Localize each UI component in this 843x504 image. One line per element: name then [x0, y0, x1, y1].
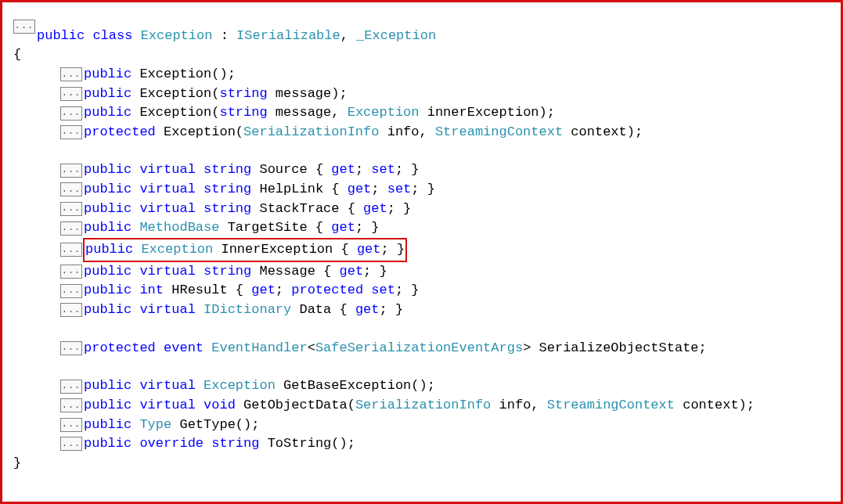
- keyword-class: class: [92, 28, 132, 43]
- type-exception-iface: _Exception: [356, 28, 436, 43]
- fold-toggle[interactable]: ...: [60, 437, 82, 451]
- fold-toggle[interactable]: ...: [60, 106, 82, 121]
- fold-toggle[interactable]: ...: [60, 164, 82, 178]
- keyword-public: public: [37, 28, 85, 43]
- method-gettype: ...public Type GetType();: [13, 416, 830, 435]
- type-exception: Exception: [141, 28, 213, 43]
- fold-toggle[interactable]: ...: [60, 221, 82, 236]
- fold-toggle[interactable]: ...: [60, 182, 82, 196]
- ctor4-line: ...protected Exception(SerializationInfo…: [13, 123, 830, 142]
- prop-stacktrace: ...public virtual string StackTrace { ge…: [13, 200, 830, 219]
- method-getobjectdata: ...public virtual void GetObjectData(Ser…: [13, 396, 830, 416]
- fold-toggle[interactable]: ...: [60, 284, 82, 298]
- method-tostring: ...public override string ToString();: [13, 434, 830, 454]
- prop-targetsite: ...public MethodBase TargetSite { get; }: [13, 218, 830, 238]
- blank: [13, 142, 830, 160]
- type-iserializable: ISerializable: [236, 28, 340, 43]
- fold-toggle[interactable]: ...: [60, 202, 82, 216]
- prop-data: ...public virtual IDictionary Data { get…: [13, 301, 830, 320]
- fold-toggle[interactable]: ...: [60, 398, 82, 412]
- code-editor[interactable]: ... public class Exception : ISerializab…: [5, 5, 838, 474]
- fold-toggle[interactable]: ...: [60, 418, 82, 432]
- blank: [13, 320, 830, 339]
- prop-source: ...public virtual string Source { get; s…: [13, 160, 830, 180]
- prop-helplink: ...public virtual string HelpLink { get;…: [13, 180, 830, 200]
- fold-toggle[interactable]: ...: [60, 125, 82, 139]
- prop-message: ...public virtual string Message { get; …: [13, 262, 830, 282]
- event-line: ...protected event EventHandler<SafeSeri…: [13, 339, 830, 358]
- blank: [13, 358, 830, 376]
- ctor1-line: ...public Exception();: [13, 65, 830, 85]
- fold-toggle[interactable]: ...: [60, 243, 82, 257]
- prop-hresult: ...public int HResult { get; protected s…: [13, 281, 830, 301]
- fold-toggle[interactable]: ...: [60, 87, 82, 101]
- close-brace: }: [13, 454, 830, 473]
- method-getbase: ...public virtual Exception GetBaseExcep…: [13, 376, 830, 396]
- fold-toggle[interactable]: ...: [60, 341, 82, 355]
- open-brace: {: [13, 45, 830, 65]
- fold-toggle[interactable]: ...: [13, 20, 35, 34]
- fold-toggle[interactable]: ...: [60, 380, 82, 394]
- fold-toggle[interactable]: ...: [60, 265, 82, 279]
- prop-innerexception-highlighted: ...public Exception InnerException { get…: [13, 238, 830, 262]
- ctor2-line: ...public Exception(string message);: [13, 85, 830, 104]
- class-declaration-line: ... public class Exception : ISerializab…: [13, 7, 830, 45]
- ctor3-line: ...public Exception(string message, Exce…: [13, 103, 830, 123]
- fold-toggle[interactable]: ...: [60, 67, 82, 81]
- fold-toggle[interactable]: ...: [60, 303, 82, 317]
